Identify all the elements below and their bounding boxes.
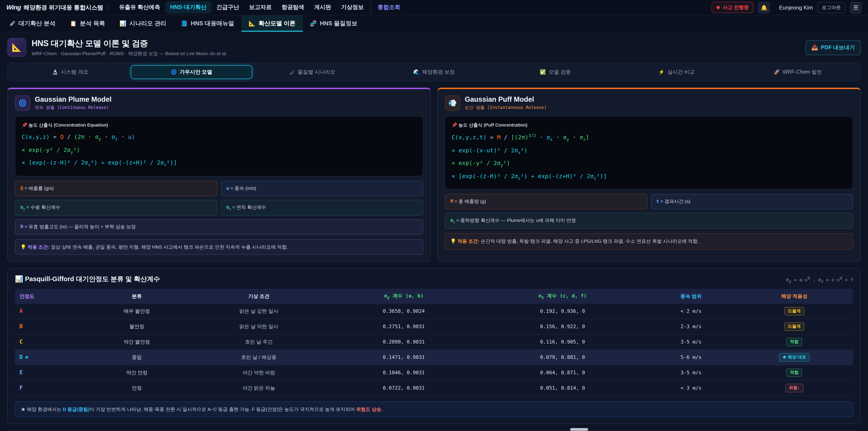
text-segment: × exp(-(x-ut)² / 2σ: [452, 147, 518, 153]
nav-item-긴급구난[interactable]: 긴급구난: [212, 1, 244, 13]
plume-equation-line-3: × [exp(-(z-H)² / 2σz²) + exp(-(z+H)² / 2…: [22, 159, 416, 167]
notifications-button[interactable]: 🔔: [758, 2, 770, 13]
subtab-HNS 대응매뉴얼[interactable]: 📘HNS 대응매뉴얼: [174, 16, 241, 32]
text-segment: y: [387, 295, 390, 300]
marine-applicability-cell: 적합: [736, 365, 853, 380]
nav-item-유출유 확산예측[interactable]: 유출유 확산예측: [115, 1, 165, 13]
text-segment: u: [128, 133, 131, 140]
subtab-icon: 📘: [181, 20, 188, 27]
weather-cell: 흐린 날 주간: [188, 334, 329, 349]
parameter-symbol: H: [20, 223, 23, 229]
horizontal-scrollbar-thumb[interactable]: [570, 428, 588, 431]
text-segment: Q: [60, 133, 64, 140]
nav-item-HNS·대기확산[interactable]: HNS·대기확산: [166, 1, 211, 13]
stability-row-A: A매우 불안정맑은 날 강한 일사0.3658, 0.90240.192, 0.…: [15, 304, 853, 319]
subtab-대기확산 분석[interactable]: 🖊대기확산 분석: [3, 16, 63, 32]
subtab-분석 목록[interactable]: 📋분석 목록: [63, 16, 112, 32]
text-segment: × [exp(-(z-H)² / 2σ: [452, 173, 518, 179]
section-tab-가우시안 모델[interactable]: 🌀가우시안 모델: [131, 65, 252, 79]
section-tab-모델 검증[interactable]: ✅모델 검증: [495, 65, 616, 79]
page-subtitle: WRF-Chem · Gaussian Plume/Puff · ROMS · …: [32, 51, 227, 57]
menu-button[interactable]: ☰: [850, 2, 862, 13]
parameter-description: = 유효 방출고도 (m) — 물리적 높이 + 부력 상승 보정: [23, 223, 136, 229]
text-segment: ²)]: [166, 159, 177, 166]
gaussian-plume-panel: 🌀 Gaussian Plume Model 연속 방출 (Continuous…: [7, 88, 431, 262]
text-segment: z: [594, 176, 596, 180]
plume-param-σz: σz = 연직 확산계수: [221, 199, 423, 215]
pin-icon: 📌: [452, 123, 457, 127]
puff-title: Gaussian Puff Model: [465, 95, 547, 103]
marine-applicability-cell: 드물게: [736, 304, 853, 319]
section-tab-시스템 개요[interactable]: 🔬시스템 개요: [9, 65, 131, 79]
puff-equation: C(x,y,z,t) = M / [(2π)3/2 · σx · σy · σz…: [452, 133, 846, 180]
section-tab-물질별 시나리오[interactable]: 🖊물질별 시나리오: [252, 65, 373, 79]
incident-status-badge[interactable]: 사고 진행중: [712, 2, 754, 13]
pin-icon: 📌: [22, 123, 27, 127]
star-icon: ★: [24, 355, 29, 360]
column-header-1: 안정도: [15, 289, 85, 304]
text-segment: σ: [538, 293, 541, 299]
text-segment: σ: [786, 277, 789, 282]
section-tab-bar: 🔬시스템 개요🌀가우시안 모델🖊물질별 시나리오🌊해양환경 보정✅모델 검증⚡실…: [7, 63, 861, 81]
text-segment: .: [381, 406, 382, 411]
sigma-y-cell: 0.2751, 0.9031: [329, 319, 478, 334]
page-title: HNS 대기확산 모델 이론 및 검증: [32, 38, 227, 49]
text-segment: /: [64, 133, 74, 140]
section-tab-icon: 🌀: [170, 69, 177, 75]
plume-subtitle: 연속 방출 (Continuous Release): [35, 105, 112, 111]
puff-param-t: t = 경과시간 (s): [651, 194, 853, 209]
text-segment: σ: [563, 134, 566, 141]
sub-tab-bar: 🖊대기확산 분석📋분석 목록📊시나리오 관리📘HNS 대응매뉴얼📐확산모델 이론…: [0, 16, 868, 32]
sigma-y-cell: 0.1046, 0.9031: [329, 365, 478, 380]
stability-class-cell: A: [15, 304, 85, 319]
nav-item-기상정보[interactable]: 기상정보: [337, 1, 368, 13]
section-tab-WRF-Chem 발전[interactable]: 🚀WRF-Chem 발전: [737, 65, 859, 79]
text-segment: 기상 조건: [248, 294, 270, 299]
subtab-label: 대기확산 분석: [19, 20, 55, 28]
pdf-export-button[interactable]: 📥 PDF 내보내기: [805, 40, 861, 55]
column-header-3: 기상 조건: [188, 289, 329, 304]
plume-equation-line-2: × exp(-y² / 2σy²): [22, 146, 416, 154]
text-segment: 안정도: [20, 294, 34, 299]
pasquill-title: 📊 Pasquill-Gifford 대기안정도 분류 및 확산계수: [15, 275, 160, 284]
text-segment: =: [487, 134, 497, 141]
puff-titles: Gaussian Puff Model 순간 방출 (Instantaneous…: [465, 95, 547, 111]
subtab-label: 시나리오 관리: [129, 20, 166, 28]
app-logo[interactable]: Wing 해양환경 위기대응 통합시스템: [6, 3, 103, 11]
text-segment: , σ: [810, 277, 821, 282]
text-segment: ²) + exp(-(z+H)² / 2σ: [521, 173, 594, 179]
column-header-4: σy 계수 (a, b): [329, 289, 478, 304]
subtab-HNS 물질정보[interactable]: 🧬HNS 물질정보: [303, 16, 365, 32]
text-segment: z: [115, 137, 118, 141]
subtab-시나리오 관리[interactable]: 📊시나리오 관리: [112, 16, 174, 32]
stability-class-cell: C: [15, 334, 85, 349]
parameter-description: = 풍속 (m/s): [229, 185, 256, 190]
subtab-확산모델 이론[interactable]: 📐확산모델 이론: [241, 16, 303, 32]
section-tab-실시간 비교[interactable]: ⚡실시간 비교: [616, 65, 737, 79]
applicability-badge: 위험↑: [785, 383, 803, 392]
parameter-symbol: M: [450, 198, 453, 204]
puff-equation-label-text: 농도 산출식 (Puff Concentration): [459, 123, 527, 127]
bulb-icon: 💡: [20, 244, 26, 249]
nav-item-보고자료[interactable]: 보고자료: [245, 1, 276, 13]
stability-row-F: F안정야간 맑은 하늘0.0722, 0.90310.051, 0.814, 0…: [15, 380, 853, 396]
nav-item-항공탐색[interactable]: 항공탐색: [277, 1, 309, 13]
nav-item-integrated-search[interactable]: 통합조회: [371, 1, 405, 13]
section-tab-해양환경 보정[interactable]: 🌊해양환경 보정: [373, 65, 495, 79]
puff-parameters: M = 총 배출량 (g)t = 경과시간 (s)σx = 풍하방향 확산계수 …: [445, 194, 853, 229]
puff-equation-label: 📌 농도 산출식 (Puff Concentration): [452, 122, 846, 128]
logout-button[interactable]: 로그아웃: [817, 2, 845, 13]
subtab-label: 분석 목록: [80, 20, 105, 28]
marine-applicability-cell: ★ 해양 대표: [736, 349, 853, 365]
user-name: Eunjeong Kim: [779, 4, 813, 11]
sigma-y-cell: 0.1471, 0.9031: [329, 349, 478, 365]
nav-item-게시판[interactable]: 게시판: [310, 1, 336, 13]
plume-titles: Gaussian Plume Model 연속 방출 (Continuous R…: [35, 95, 112, 111]
puff-equation-line-4: × [exp(-(z-H)² / 2σz²) + exp(-(z+H)² / 2…: [452, 173, 846, 180]
section-tab-icon: 🔬: [52, 69, 58, 75]
pasquill-title-text: Pasquill-Gifford 대기안정도 분류 및 확산계수: [25, 276, 160, 283]
puff-icon-glyph: 💨: [448, 99, 457, 107]
section-tab-label: 모델 검증: [549, 69, 571, 75]
text-segment: /: [500, 134, 511, 141]
plume-equation-block: 📌 농도 산출식 (Concentration Equation) C(x,y,…: [15, 116, 423, 176]
